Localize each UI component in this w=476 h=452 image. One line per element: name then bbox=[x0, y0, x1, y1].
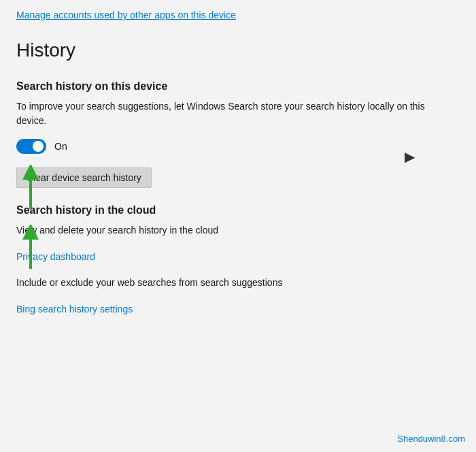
device-history-title: Search history on this device bbox=[16, 80, 460, 93]
cloud-history-title: Search history in the cloud bbox=[16, 204, 460, 216]
settings-page: Manage accounts used by other apps on th… bbox=[0, 0, 476, 452]
cloud-history-section: Search history in the cloud View and del… bbox=[16, 204, 460, 262]
bing-history-settings-link[interactable]: Bing search history settings bbox=[16, 304, 133, 314]
manage-accounts-link[interactable]: Manage accounts used by other apps on th… bbox=[0, 0, 476, 27]
page-title: History bbox=[16, 39, 460, 61]
toggle-thumb bbox=[33, 141, 44, 152]
clear-device-history-button[interactable]: Clear device search history bbox=[16, 167, 152, 188]
device-history-description: To improve your search suggestions, let … bbox=[16, 99, 438, 128]
toggle-row: On bbox=[16, 139, 460, 154]
watermark: Shenduwin8.com bbox=[397, 434, 465, 444]
search-history-toggle[interactable] bbox=[16, 139, 46, 154]
privacy-dashboard-link[interactable]: Privacy dashboard bbox=[16, 251, 95, 262]
cloud-history-description: View and delete your search history in t… bbox=[16, 223, 438, 238]
web-searches-section: Include or exclude your web searches fro… bbox=[16, 276, 460, 314]
web-searches-description: Include or exclude your web searches fro… bbox=[16, 276, 438, 290]
content-area: History Search history on this device To… bbox=[0, 27, 476, 344]
clear-button-row: Clear device search history bbox=[16, 167, 460, 188]
device-history-section: Search history on this device To improve… bbox=[16, 80, 460, 154]
toggle-state-label: On bbox=[54, 141, 67, 152]
